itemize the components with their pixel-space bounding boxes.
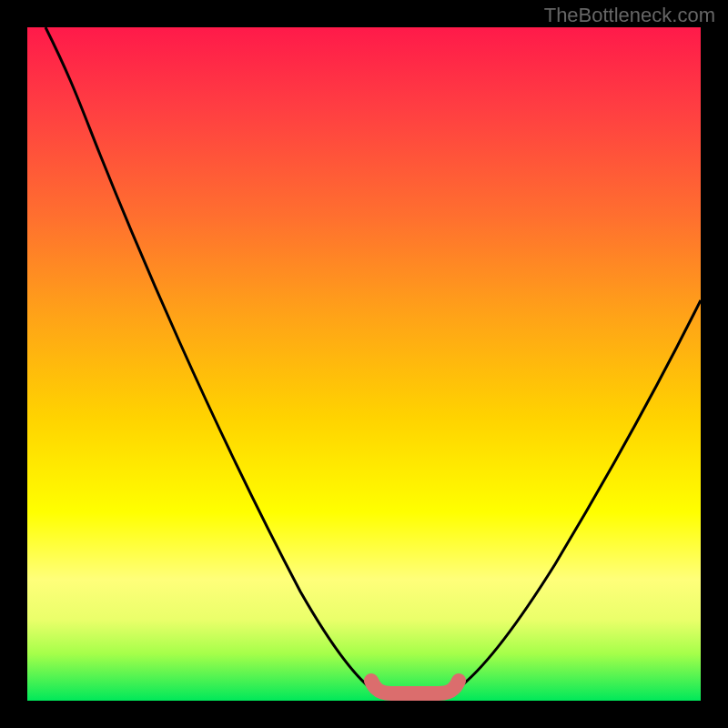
watermark-text: TheBottleneck.com: [544, 4, 715, 27]
chart-svg: [27, 27, 701, 701]
bottleneck-curve-left: [46, 27, 382, 696]
highlight-zone-marker: [371, 681, 459, 693]
chart-plot-area: [27, 27, 701, 701]
bottleneck-curve-right: [446, 300, 701, 696]
